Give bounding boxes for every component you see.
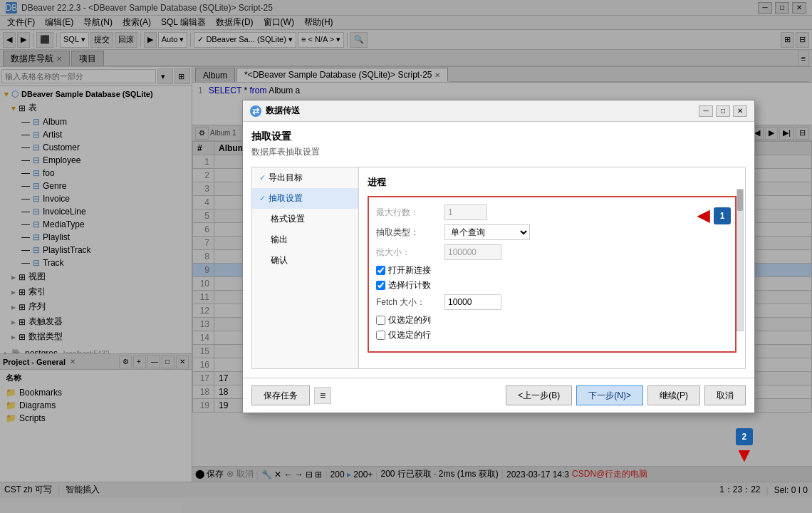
annotation-2-container: 2 ▼ — [734, 428, 754, 465]
nav-item-confirm[interactable]: 确认 — [252, 250, 358, 271]
annotation-1-badge: 1 — [714, 207, 731, 224]
open-new-connection-checkbox[interactable] — [376, 266, 385, 275]
nav-item-output[interactable]: 输出 — [252, 229, 358, 250]
footer-left: 保存任务 ≡ — [251, 385, 331, 405]
fetch-type-label: 抽取类型： — [376, 227, 440, 239]
data-transfer-dialog: ⇄ 数据传送 ─ □ ✕ 抽取设置 数据库表抽取设置 ✓ 导出目标 ✓ 抽取设置 — [242, 100, 755, 413]
continue-button[interactable]: 继续(P) — [647, 385, 700, 405]
scrollbar-thumb — [737, 190, 743, 211]
dialog-title-bar: ⇄ 数据传送 ─ □ ✕ — [243, 100, 754, 122]
max-rows-label: 最大行数： — [376, 207, 440, 219]
cancel-button[interactable]: 取消 — [704, 385, 746, 405]
fetch-type-select[interactable]: 单个查询 分批查询 — [444, 224, 530, 240]
batch-size-label: 批大小： — [376, 247, 440, 259]
footer-right: <上一步(B) 下一步(N)> 继续(P) 取消 — [506, 385, 746, 405]
dialog-main-area: ✓ 导出目标 ✓ 抽取设置 格式设置 输出 确认 — [251, 167, 746, 369]
select-row-count-checkbox[interactable] — [376, 281, 385, 290]
selected-rows-check[interactable]: 仅选定的行 — [376, 329, 728, 341]
max-rows-input — [444, 204, 487, 220]
nav-item-format-settings[interactable]: 格式设置 — [252, 209, 358, 229]
annotation-2-badge: 2 — [736, 428, 753, 445]
max-rows-row: 最大行数： — [376, 204, 728, 220]
nav-item-export-target[interactable]: ✓ 导出目标 — [252, 167, 358, 188]
nav-check-icon: ✓ — [259, 173, 266, 182]
selected-columns-check[interactable]: 仅选定的列 — [376, 314, 728, 326]
dialog-nav: ✓ 导出目标 ✓ 抽取设置 格式设置 输出 确认 — [252, 167, 359, 368]
progress-label: 进程 — [368, 176, 736, 189]
selected-rows-checkbox[interactable] — [376, 331, 385, 340]
batch-size-row: 批大小： — [376, 244, 728, 260]
nav-check-icon-2: ✓ — [259, 194, 266, 203]
select-row-count-check[interactable]: 选择行计数 — [376, 279, 728, 291]
dialog-content-area: 进程 最大行数： 抽取类型： 单个查询 分批查询 — [359, 167, 745, 368]
fetch-size-input — [444, 294, 501, 310]
red-arrow-down: ▼ — [734, 445, 754, 465]
fetch-type-row: 抽取类型： 单个查询 分批查询 — [376, 224, 728, 240]
dialog-section-sub: 数据库表抽取设置 — [251, 146, 746, 158]
dialog-section-title: 抽取设置 — [251, 130, 746, 143]
fetch-size-label: Fetch 大小： — [376, 296, 440, 309]
red-arrow-left: ◀ — [697, 207, 709, 225]
open-new-connection-check[interactable]: 打开新连接 — [376, 264, 728, 276]
select-row-count-label: 选择行计数 — [388, 279, 431, 291]
save-task-button[interactable]: 保存任务 — [251, 385, 310, 405]
dialog-footer: 保存任务 ≡ <上一步(B) 下一步(N)> 继续(P) 取消 — [243, 378, 754, 413]
dialog-body: 抽取设置 数据库表抽取设置 ✓ 导出目标 ✓ 抽取设置 格式设置 — [243, 122, 754, 378]
open-new-connection-label: 打开新连接 — [388, 264, 431, 276]
dialog-icon: ⇄ — [250, 105, 261, 117]
dialog-title-left: ⇄ 数据传送 — [250, 105, 300, 117]
annotation-1-container: ◀ 1 — [697, 207, 731, 225]
nav-item-extract-settings[interactable]: ✓ 抽取设置 — [252, 188, 358, 209]
extract-settings-form: 最大行数： 抽取类型： 单个查询 分批查询 批大小： — [368, 196, 736, 353]
back-button[interactable]: <上一步(B) — [506, 385, 572, 405]
dialog-minimize-btn[interactable]: ─ — [699, 105, 713, 117]
dialog-scrollbar[interactable] — [736, 189, 744, 331]
next-button[interactable]: 下一步(N)> — [576, 385, 643, 405]
dialog-close-btn[interactable]: ✕ — [733, 105, 747, 117]
batch-size-input — [444, 244, 501, 260]
selected-columns-checkbox[interactable] — [376, 316, 385, 325]
footer-extra-btn[interactable]: ≡ — [314, 387, 331, 404]
dialog-title-text: 数据传送 — [266, 105, 300, 117]
selected-rows-label: 仅选定的行 — [388, 329, 431, 341]
dialog-maximize-btn[interactable]: □ — [716, 105, 730, 117]
dialog-title-controls: ─ □ ✕ — [699, 105, 747, 117]
fetch-size-row: Fetch 大小： — [376, 294, 728, 310]
selected-columns-label: 仅选定的列 — [388, 314, 431, 326]
